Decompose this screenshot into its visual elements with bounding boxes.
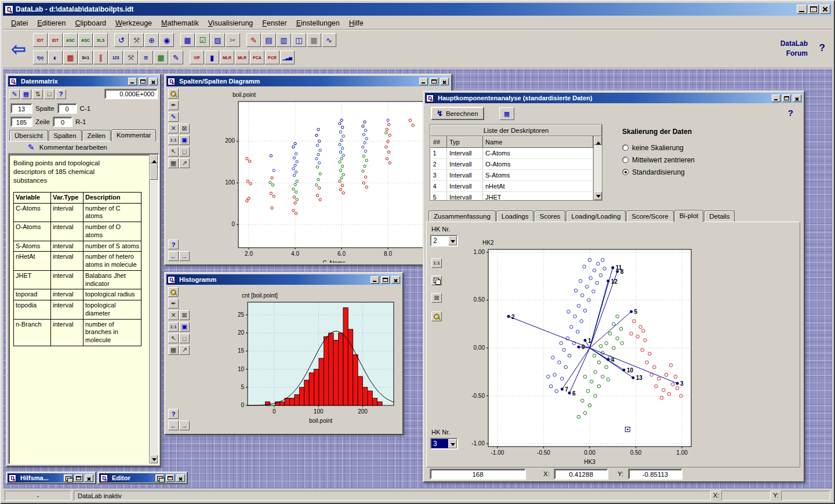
hammer-icon[interactable]: ⚒ (124, 50, 138, 64)
hk-bottom-select[interactable]: 3 (430, 438, 458, 449)
close-button[interactable] (149, 78, 158, 85)
select-region-icon[interactable]: ⊠ (179, 310, 190, 320)
list-row[interactable]: 2IntervallO-Atoms (431, 159, 593, 170)
menu-clipboard[interactable]: Clipboard (71, 17, 111, 29)
minimized-titlebar[interactable]: DEditor (99, 473, 186, 483)
list-row[interactable]: 3IntervallS-Atoms (431, 170, 593, 181)
close-button[interactable] (793, 95, 801, 102)
menu-hilfe[interactable]: Hilfe (344, 17, 368, 29)
maximize-button[interactable] (139, 78, 147, 85)
table-select-icon[interactable]: ▨ (210, 33, 225, 47)
maximize-button[interactable] (430, 78, 438, 85)
resize-icon[interactable]: ↗ (179, 345, 190, 355)
column-pos-field[interactable]: 0 (57, 103, 77, 114)
descriptor-list[interactable]: Liste der Deskriptoren ##TypName1Interva… (430, 124, 602, 201)
prev-icon[interactable]: ← (168, 251, 179, 261)
resize-icon[interactable]: ↗ (179, 158, 190, 168)
fit-view-icon[interactable]: ▣ (179, 135, 190, 145)
list-row[interactable]: 1IntervallC-Atoms (431, 148, 593, 159)
minimize-button[interactable] (419, 78, 428, 85)
scatter-window[interactable]: D Spalten/Spalten Diagramm ✒ ✎ ✕ ⊠ 1:1 (164, 74, 452, 266)
menu-datei[interactable]: Datei (6, 17, 32, 29)
scaling-option-1[interactable]: Mittelwert zentrieren (622, 154, 695, 166)
scaling-option-0[interactable]: keine Skalierung (622, 142, 695, 154)
dropper-icon[interactable]: ✒ (168, 299, 179, 309)
transfer-icon[interactable]: ▦ (499, 107, 514, 120)
scatter-plot[interactable]: 2.04.06.08.00100200boil.pointC-Atoms (190, 86, 450, 263)
column-pair-icon[interactable]: ◫ (292, 33, 306, 47)
close-button[interactable] (176, 474, 185, 482)
datalab-forum-link[interactable]: DataLab Forum (780, 39, 808, 59)
copy-icon[interactable] (431, 275, 442, 285)
import-xls-icon[interactable]: XLS (93, 33, 108, 47)
pca-titlebar[interactable]: D Hauptkomponentenanalyse (standardisier… (425, 93, 803, 103)
minimize-button[interactable] (797, 5, 807, 14)
maximize-button[interactable] (166, 474, 175, 482)
next-icon[interactable]: → (179, 420, 190, 430)
mlr-icon[interactable]: MLR (220, 50, 234, 64)
help-icon[interactable]: ? (168, 240, 179, 249)
refresh-icon[interactable]: ↺ (114, 33, 129, 47)
dm-tab--bersicht[interactable]: Übersicht (9, 130, 48, 141)
key-icon[interactable] (431, 311, 442, 321)
list-row[interactable]: 5IntervallJHET (431, 192, 593, 201)
one-to-one-icon[interactable]: 1:1 (168, 135, 179, 145)
dm-tab-spalten[interactable]: Spalten (49, 130, 82, 141)
comment-scrollbar[interactable] (149, 155, 158, 463)
grid2-icon[interactable]: ▦ (154, 50, 168, 64)
table-check-icon[interactable]: ☑ (195, 33, 210, 47)
chart-image-icon[interactable]: ▤ (262, 33, 276, 47)
minimize-button[interactable] (128, 78, 137, 85)
histogram-titlebar[interactable]: D Histogramm (166, 274, 401, 285)
fit-view-icon[interactable]: ▣ (179, 322, 190, 332)
help-icon[interactable]: ? (788, 108, 793, 118)
compute-button[interactable]: ↯ Berechnen (431, 107, 484, 120)
load-idt-icon[interactable]: IDT (33, 33, 48, 47)
radio-button[interactable] (622, 144, 629, 151)
hk-top-select[interactable]: 2 (430, 235, 458, 246)
pca-tab-details[interactable]: Details (704, 211, 735, 222)
insert-grid-icon[interactable]: ▦ (21, 89, 31, 99)
s1-icon[interactable]: S=1 (78, 50, 93, 64)
close-button[interactable] (391, 276, 400, 284)
list-row[interactable]: 4IntervallnHetAt (431, 181, 593, 192)
select-region-icon[interactable]: ⊠ (179, 124, 190, 133)
menu-editieren[interactable]: Editieren (32, 17, 70, 29)
pca-tab-loading-loading[interactable]: Loading/Loading (566, 211, 626, 222)
dm-tab-zeilen[interactable]: Zeilen (82, 130, 111, 141)
close-button[interactable] (820, 5, 830, 14)
main-titlebar[interactable]: D DataLab - d:\datalab\data\boilpts.idt (3, 3, 832, 16)
pca-tab-loadings[interactable]: Loadings (496, 211, 534, 222)
scaling-option-2[interactable]: Standardisierung (622, 166, 695, 178)
minimized-titlebar[interactable]: DHilfsma... (8, 473, 95, 483)
minimize-button[interactable] (371, 276, 379, 284)
key-icon[interactable] (168, 89, 179, 99)
gene-icon[interactable]: ∥ (93, 50, 108, 64)
save-asc-icon[interactable]: ASC (78, 33, 93, 47)
biplot-plot[interactable]: -1.00-0.500.000.501.001.000.500.00-0.50-… (463, 222, 787, 468)
bars-icon[interactable]: ▁▃▅ (280, 50, 295, 64)
pca-tab-scores[interactable]: Scores (534, 211, 565, 222)
wrench-icon[interactable]: ⚒ (129, 33, 144, 47)
scroll-up-icon[interactable] (594, 136, 602, 145)
menu-visualisierung[interactable]: Visualisierung (204, 17, 258, 29)
row-pos-field[interactable]: 0 (53, 117, 72, 127)
data-grid-icon[interactable]: ▦ (307, 33, 321, 47)
comment-area[interactable]: Boiling points and topological descripto… (8, 154, 159, 465)
radio-button[interactable] (622, 157, 629, 163)
scroll-down-icon[interactable] (150, 455, 158, 463)
datenmatrix-window[interactable]: D Datenmatrix ✎ ▦ ⇅ □ ? 0.000E+000 13 Sp… (6, 74, 161, 467)
menu-einstellungen[interactable]: Einstellungen (292, 17, 344, 29)
close-button[interactable] (85, 474, 93, 482)
chevron-down-icon[interactable] (448, 439, 457, 448)
load-asc-icon[interactable]: ASC (63, 33, 78, 47)
levels-icon[interactable]: ≡ (139, 50, 153, 64)
edit-comment-button[interactable]: ✎ Kommentar bearbeiten (8, 141, 159, 154)
pencil-icon[interactable]: ✎ (168, 112, 179, 122)
save-idt-icon[interactable]: IDT (48, 33, 63, 47)
table-cut-icon[interactable]: ✂ (226, 33, 240, 47)
key-icon[interactable] (168, 287, 179, 297)
scatter-titlebar[interactable]: D Spalten/Spalten Diagramm (166, 76, 450, 86)
sort-icon[interactable]: ⇅ (32, 89, 43, 99)
pca-window[interactable]: D Hauptkomponentenanalyse (standardisier… (423, 90, 805, 483)
